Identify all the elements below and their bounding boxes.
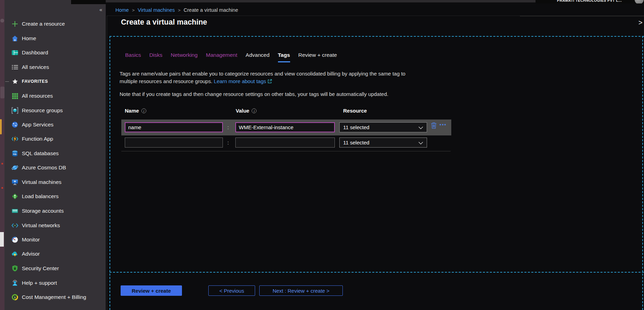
more-options-icon[interactable]: ••• <box>440 122 447 127</box>
tag-name-input-row2[interactable] <box>125 138 223 148</box>
sidebar-item-resource-groups[interactable]: Resource groups <box>5 106 106 115</box>
os-dock-strip <box>0 0 5 310</box>
gauge-icon <box>11 236 19 243</box>
dock-app-icon <box>0 87 5 98</box>
cube-brackets-icon <box>11 107 19 114</box>
lightning-icon <box>11 135 19 143</box>
vm-monitor-icon <box>11 178 19 186</box>
colon-separator: : <box>227 140 229 145</box>
breadcrumb-home-link[interactable]: Home <box>115 7 129 13</box>
cost-donut-icon: $ <box>11 293 19 301</box>
database-icon: SQL <box>11 150 19 157</box>
chevron-down-icon <box>418 124 423 130</box>
sidebar-item-virtual-machines[interactable]: Virtual machines <box>5 177 106 187</box>
sidebar-item-monitor[interactable]: Monitor <box>5 235 106 245</box>
sidebar-item-create-a-resource[interactable]: Create a resource <box>5 19 106 29</box>
tag-value-input-row2[interactable] <box>235 138 335 148</box>
divider <box>520 16 644 16</box>
resource-dropdown-row1[interactable]: 11 selected <box>339 122 427 132</box>
chevron-right-icon: > <box>132 8 135 13</box>
column-header-name: Namei <box>125 108 146 114</box>
sidebar-item-dashboard[interactable]: Dashboard <box>5 48 106 57</box>
person-headset-icon <box>11 279 19 287</box>
info-icon[interactable]: i <box>141 108 146 113</box>
colon-separator: : <box>227 124 229 130</box>
column-header-resource: Resource <box>343 108 367 114</box>
account-bar: PRAMATI TECHNOLOGIES PVT L... <box>536 0 644 3</box>
tag-value-input-row1[interactable] <box>235 122 335 132</box>
divider <box>121 151 451 151</box>
tags-description-line2: multiple resources and resource groups. <box>120 78 212 84</box>
diamond-icon <box>11 193 19 200</box>
dock-app-icon <box>0 19 4 23</box>
sidebar-item-cost-management-billing[interactable]: $ Cost Management + Billing <box>5 292 106 302</box>
breadcrumb-current: Create a virtual machine <box>184 7 238 13</box>
dock-app-icon <box>0 232 4 247</box>
storage-stack-icon <box>11 207 19 215</box>
sidebar-item-virtual-networks[interactable]: Virtual networks <box>5 221 106 230</box>
browser-chrome-strip <box>106 0 536 2</box>
sidebar-item-azure-cosmos-db[interactable]: Azure Cosmos DB <box>5 163 106 172</box>
previous-button[interactable]: < Previous <box>208 285 255 296</box>
sidebar-item-storage-accounts[interactable]: Storage accounts <box>5 206 106 216</box>
tab-basics[interactable]: Basics <box>125 52 141 62</box>
annotation-border-left <box>110 36 110 310</box>
list-icon <box>11 63 19 71</box>
sidebar-item-home[interactable]: Home <box>5 34 106 43</box>
grid-icon <box>11 92 19 100</box>
resource-dropdown-row2[interactable]: 11 selected <box>339 138 427 148</box>
tab-disks[interactable]: Disks <box>149 52 163 62</box>
sidebar-item-all-resources[interactable]: All resources <box>5 91 106 101</box>
breadcrumb: Home>Virtual machines>Create a virtual m… <box>115 7 238 13</box>
sidebar-item-help-support[interactable]: Help + support <box>5 278 106 288</box>
tenant-name: PRAMATI TECHNOLOGIES PVT L... <box>557 0 622 2</box>
tab-management[interactable]: Management <box>206 52 237 62</box>
review-create-button[interactable]: Review + create <box>121 285 182 296</box>
dock-notification-dot <box>1 187 3 189</box>
svg-text:$: $ <box>14 296 16 299</box>
tab-networking[interactable]: Networking <box>171 52 198 62</box>
cloud-advisor-icon <box>11 250 19 258</box>
tag-name-input-row1[interactable] <box>125 122 223 132</box>
main-content-background <box>106 0 644 310</box>
external-link-icon <box>268 79 272 85</box>
breadcrumb-virtual-machines-link[interactable]: Virtual machines <box>138 7 175 13</box>
sidebar-item-advisor[interactable]: Advisor <box>5 249 106 259</box>
annotation-border-top <box>110 36 644 37</box>
sidebar-item-all-services[interactable]: All services <box>5 62 106 72</box>
avatar[interactable] <box>635 0 644 3</box>
learn-more-link[interactable]: Learn more about tags <box>214 78 266 84</box>
dock-notification-dot <box>1 163 3 165</box>
sidebar-item-load-balancers[interactable]: Load balancers <box>5 192 106 201</box>
tags-note: Note that if you create tags and then ch… <box>120 91 388 97</box>
tab-review-create[interactable]: Review + create <box>298 52 337 62</box>
sidebar-collapse-button[interactable]: « <box>97 6 104 13</box>
dashboard-icon <box>11 49 19 56</box>
tab-advanced[interactable]: Advanced <box>246 52 270 62</box>
tags-description: Tags are name/value pairs that enable yo… <box>120 70 406 86</box>
sidebar-item-sql-databases[interactable]: SQL SQL databases <box>5 149 106 158</box>
column-header-value: Valuei <box>236 108 256 114</box>
tags-description-line1: Tags are name/value pairs that enable yo… <box>120 71 406 77</box>
annotation-border-right <box>642 36 643 310</box>
sidebar-item-security-center[interactable]: Security Center <box>5 264 106 273</box>
planet-icon <box>11 164 19 171</box>
chevron-right-icon[interactable]: > <box>638 19 643 27</box>
chevron-right-icon: > <box>178 8 181 13</box>
divider <box>107 16 644 16</box>
page-title: Create a virtual machine <box>121 18 207 27</box>
sidebar-item-function-app[interactable]: Function App <box>5 134 106 144</box>
star-icon <box>11 78 19 85</box>
sidebar-item-app-services[interactable]: App Services <box>5 120 106 130</box>
home-icon <box>11 35 19 42</box>
tab-tags[interactable]: Tags <box>278 52 290 62</box>
svg-text:SQL: SQL <box>13 153 17 155</box>
delete-row-icon[interactable] <box>431 122 437 130</box>
divider <box>5 81 9 82</box>
chevron-down-icon <box>418 140 423 145</box>
next-button[interactable]: Next : Review + create > <box>259 285 343 296</box>
info-icon[interactable]: i <box>252 108 256 113</box>
plus-icon <box>11 20 19 28</box>
divider <box>107 16 107 310</box>
sidebar-section-favorites: FAVORITES <box>5 77 106 86</box>
